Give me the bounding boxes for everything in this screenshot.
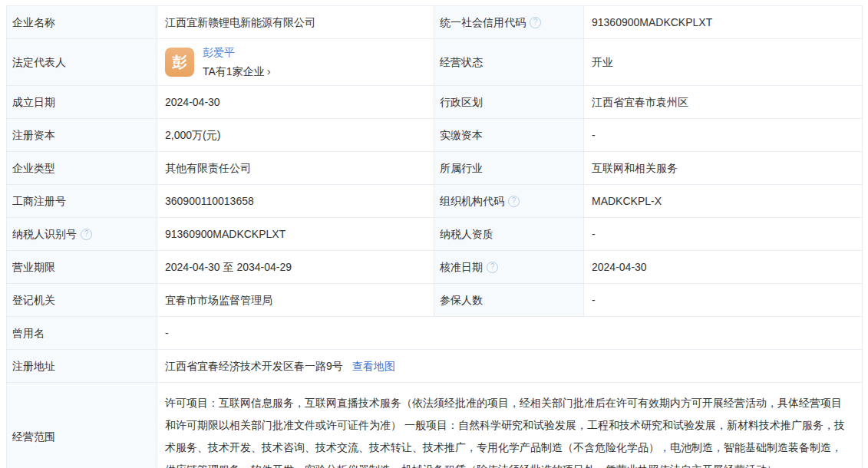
- field-value-taxpayer-qualification: -: [584, 218, 862, 250]
- company-info-table: 企业名称 江西宜新赣锂电新能源有限公司 统一社会信用代码? 91360900MA…: [6, 5, 863, 468]
- legal-rep-info: 彭爱平 TA有1家企业›: [203, 44, 271, 79]
- field-value-credit-code: 91360900MADKCKPLXT: [584, 6, 862, 38]
- field-value-registered-address: 江西省宜春经济技术开发区春一路9号 查看地图: [157, 350, 862, 382]
- field-value-established: 2024-04-30: [157, 86, 434, 118]
- avatar[interactable]: 彭: [165, 48, 194, 77]
- field-label-org-code: 组织机构代码?: [434, 185, 584, 217]
- field-value-business-scope: 许可项目：互联网信息服务，互联网直播技术服务（依法须经批准的项目，经相关部门批准…: [157, 383, 862, 468]
- table-row: 法定代表人 彭 彭爱平 TA有1家企业› 经营状态 开业: [7, 39, 862, 86]
- field-label-business-term: 营业期限: [7, 251, 157, 283]
- field-value-registration-authority: 宜春市市场监督管理局: [157, 284, 434, 316]
- field-value-registered-capital: 2,000万(元): [157, 119, 434, 151]
- table-row: 营业期限 2024-04-30 至 2034-04-29 核准日期? 2024-…: [7, 251, 862, 284]
- help-icon[interactable]: ?: [508, 196, 520, 207]
- field-value-taxpayer-id: 91360900MADKCKPLXT: [157, 218, 434, 250]
- field-label-registration-authority: 登记机关: [7, 284, 157, 316]
- address-text: 江西省宜春经济技术开发区春一路9号: [165, 358, 343, 374]
- field-label-registration-no: 工商注册号: [7, 185, 157, 217]
- chevron-right-icon: ›: [267, 64, 271, 77]
- field-label-company-type: 企业类型: [7, 152, 157, 184]
- help-icon[interactable]: ?: [81, 229, 92, 240]
- field-label-taxpayer-qualification: 纳税人资质: [434, 218, 584, 250]
- legal-rep-companies-link[interactable]: TA有1家企业›: [203, 63, 271, 80]
- field-label-insured-count: 参保人数: [434, 284, 584, 316]
- field-value-region: 江西省宜春市袁州区: [584, 86, 862, 118]
- field-label-credit-code: 统一社会信用代码?: [434, 6, 584, 38]
- table-row: 登记机关 宜春市市场监督管理局 参保人数 -: [7, 284, 862, 317]
- field-value-industry: 互联网和相关服务: [584, 152, 862, 184]
- table-row: 企业名称 江西宜新赣锂电新能源有限公司 统一社会信用代码? 91360900MA…: [7, 6, 862, 39]
- field-label-approval-date: 核准日期?: [434, 251, 584, 283]
- help-icon[interactable]: ?: [530, 17, 541, 28]
- table-row: 企业类型 其他有限责任公司 所属行业 互联网和相关服务: [7, 152, 862, 185]
- field-label-taxpayer-id: 纳税人识别号?: [7, 218, 157, 250]
- field-label-former-name: 曾用名: [7, 317, 157, 349]
- field-label-legal-rep: 法定代表人: [7, 39, 157, 85]
- field-value-legal-rep: 彭 彭爱平 TA有1家企业›: [157, 39, 434, 85]
- field-label-status: 经营状态: [434, 39, 584, 85]
- field-label-registered-capital: 注册资本: [7, 119, 157, 151]
- field-label-region: 行政区划: [434, 86, 584, 118]
- field-label-registered-address: 注册地址: [7, 350, 157, 382]
- help-icon[interactable]: ?: [487, 262, 498, 273]
- table-row: 纳税人识别号? 91360900MADKCKPLXT 纳税人资质 -: [7, 218, 862, 251]
- field-label-paidin-capital: 实缴资本: [434, 119, 584, 151]
- field-value-paidin-capital: -: [584, 119, 862, 151]
- table-row: 经营范围 许可项目：互联网信息服务，互联网直播技术服务（依法须经批准的项目，经相…: [7, 383, 862, 468]
- legal-rep-card: 彭 彭爱平 TA有1家企业›: [165, 44, 271, 79]
- table-row: 注册资本 2,000万(元) 实缴资本 -: [7, 119, 862, 152]
- view-map-link[interactable]: 查看地图: [352, 358, 395, 374]
- table-row: 工商注册号 360900110013658 组织机构代码? MADKCKPL-X: [7, 185, 862, 218]
- field-label-established: 成立日期: [7, 86, 157, 118]
- field-label-industry: 所属行业: [434, 152, 584, 184]
- table-row: 曾用名 -: [7, 317, 862, 350]
- table-row: 注册地址 江西省宜春经济技术开发区春一路9号 查看地图: [7, 350, 862, 383]
- field-value-org-code: MADKCKPL-X: [584, 185, 862, 217]
- field-value-insured-count: -: [584, 284, 862, 316]
- field-label-company-name: 企业名称: [7, 6, 157, 38]
- table-row: 成立日期 2024-04-30 行政区划 江西省宜春市袁州区: [7, 86, 862, 119]
- field-label-business-scope: 经营范围: [7, 383, 157, 468]
- field-value-business-term: 2024-04-30 至 2034-04-29: [157, 251, 434, 283]
- field-value-company-name: 江西宜新赣锂电新能源有限公司: [157, 6, 434, 38]
- field-value-status: 开业: [584, 39, 862, 85]
- field-value-company-type: 其他有限责任公司: [157, 152, 434, 184]
- legal-rep-name-link[interactable]: 彭爱平: [203, 44, 271, 60]
- field-value-registration-no: 360900110013658: [157, 185, 434, 217]
- field-value-former-name: -: [157, 317, 862, 349]
- field-value-approval-date: 2024-04-30: [584, 251, 862, 283]
